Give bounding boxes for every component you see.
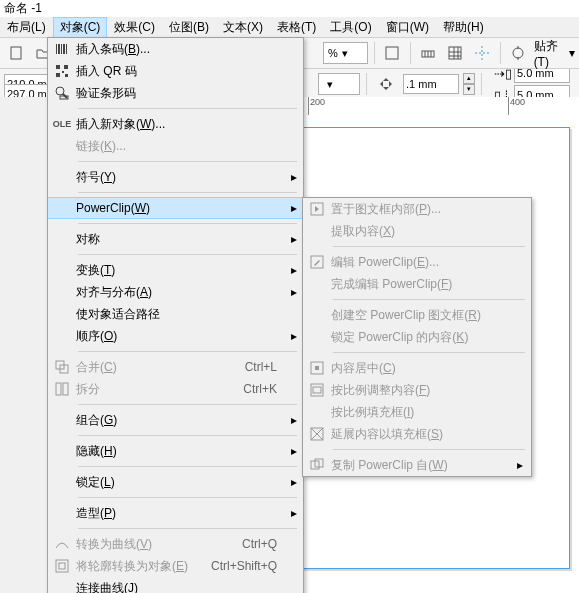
new-icon[interactable] (4, 40, 27, 66)
menu-item[interactable]: 隐藏(H)▸ (48, 440, 303, 462)
menu-tools[interactable]: 工具(O) (323, 17, 378, 38)
units-combo[interactable]: ▾ (318, 73, 360, 95)
menu-window[interactable]: 窗口(W) (379, 17, 436, 38)
menu-table[interactable]: 表格(T) (270, 17, 323, 38)
blank-icon (48, 228, 76, 250)
menu-help[interactable]: 帮助(H) (436, 17, 491, 38)
snap-button[interactable]: 贴齐(T)▾ (534, 38, 575, 69)
menu-item-label: 将轮廓转换为对象(E) (76, 558, 209, 575)
separator (374, 42, 375, 64)
menu-separator (78, 192, 297, 193)
menu-item: 按比例调整内容(F) (303, 379, 531, 401)
menu-effects[interactable]: 效果(C) (107, 17, 162, 38)
tocurve-icon (48, 533, 76, 555)
blank-icon (48, 325, 76, 347)
menu-item-label: 插入 QR 码 (76, 63, 295, 80)
menu-item-label: 组合(G) (76, 412, 295, 429)
menu-text[interactable]: 文本(X) (216, 17, 270, 38)
ruler-tick: 200 (308, 97, 325, 115)
svg-rect-17 (58, 44, 60, 54)
menu-layout[interactable]: 布局(L) (0, 17, 53, 38)
menu-item[interactable]: 连接曲线(J) (48, 577, 303, 593)
menu-item[interactable]: 插入 QR 码 (48, 60, 303, 82)
menu-bar: 布局(L) 对象(C) 效果(C) 位图(B) 文本(X) 表格(T) 工具(O… (0, 17, 579, 38)
fitprop-icon (303, 379, 331, 401)
svg-rect-31 (56, 383, 61, 395)
window-title: 命名 -1 (0, 0, 579, 17)
menu-item[interactable]: 组合(G)▸ (48, 409, 303, 431)
show-rulers-icon[interactable] (417, 40, 440, 66)
menu-item-label: 隐藏(H) (76, 443, 295, 460)
outline-icon (48, 555, 76, 577)
submenu-arrow-icon: ▸ (291, 475, 297, 489)
nudge-field[interactable]: .1 mm (403, 74, 459, 94)
menu-item[interactable]: 验证条形码 (48, 82, 303, 104)
submenu-arrow-icon: ▸ (291, 201, 297, 215)
show-grid-icon[interactable] (444, 40, 467, 66)
submenu-arrow-icon: ▸ (517, 458, 523, 472)
menu-item[interactable]: 插入条码(B)... (48, 38, 303, 60)
menu-separator (78, 528, 297, 529)
menu-item: 编辑 PowerClip(E)... (303, 251, 531, 273)
submenu-arrow-icon: ▸ (291, 263, 297, 277)
menu-item: 完成编辑 PowerClip(F) (303, 273, 531, 295)
menu-separator (78, 466, 297, 467)
zoom-combo[interactable]: %▾ (323, 42, 368, 64)
menu-item[interactable]: 造型(P)▸ (48, 502, 303, 524)
blank-icon (48, 440, 76, 462)
ole-icon: OLE (48, 113, 76, 135)
show-guides-icon[interactable] (471, 40, 494, 66)
menu-item-label: PowerClip(W) (76, 201, 295, 215)
menu-item[interactable]: OLE插入新对象(W)... (48, 113, 303, 135)
menu-item-label: 内容居中(C) (331, 360, 523, 377)
svg-rect-1 (386, 47, 398, 59)
menu-item: 提取内容(X) (303, 220, 531, 242)
menu-item[interactable]: 变换(T)▸ (48, 259, 303, 281)
menu-item[interactable]: 对齐与分布(A)▸ (48, 281, 303, 303)
blank-icon (48, 135, 76, 157)
menu-item-label: 验证条形码 (76, 85, 295, 102)
blank-icon (48, 471, 76, 493)
menu-item-label: 完成编辑 PowerClip(F) (331, 276, 523, 293)
svg-rect-18 (61, 44, 62, 54)
menu-object[interactable]: 对象(C) (53, 17, 108, 38)
fullscreen-icon[interactable] (381, 40, 404, 66)
menu-item: 复制 PowerClip 自(W)▸ (303, 454, 531, 476)
menu-item[interactable]: PowerClip(W)▸ (48, 197, 303, 219)
separator (481, 73, 482, 95)
blank-icon (303, 273, 331, 295)
blank-icon (48, 166, 76, 188)
nudge-icon[interactable] (373, 71, 399, 97)
menu-bitmap[interactable]: 位图(B) (162, 17, 216, 38)
submenu-arrow-icon: ▸ (291, 170, 297, 184)
menu-item: 内容居中(C) (303, 357, 531, 379)
menu-separator (333, 299, 525, 300)
menu-separator (78, 497, 297, 498)
menu-item-label: 合并(C) (76, 359, 209, 376)
svg-rect-6 (449, 47, 461, 59)
menu-item[interactable]: 锁定(L)▸ (48, 471, 303, 493)
menu-separator (78, 404, 297, 405)
svg-rect-25 (65, 74, 68, 77)
menu-item-label: 锁定(L) (76, 474, 295, 491)
menu-item[interactable]: 使对象适合路径 (48, 303, 303, 325)
copypc-icon (303, 454, 331, 476)
menu-item-label: 插入新对象(W)... (76, 116, 295, 133)
nudge-spinner[interactable]: ▴▾ (463, 73, 475, 95)
separator (366, 73, 367, 95)
menu-item-label: 符号(Y) (76, 169, 295, 186)
menu-item[interactable]: 符号(Y)▸ (48, 166, 303, 188)
svg-rect-34 (59, 563, 65, 569)
menu-item[interactable]: 顺序(O)▸ (48, 325, 303, 347)
menu-item: 锁定 PowerClip 的内容(K) (303, 326, 531, 348)
menu-item[interactable]: 对称▸ (48, 228, 303, 250)
blank-icon (48, 259, 76, 281)
menu-item-label: 对齐与分布(A) (76, 284, 295, 301)
menu-item: 合并(C)Ctrl+L (48, 356, 303, 378)
blank-icon (48, 409, 76, 431)
svg-rect-32 (63, 383, 68, 395)
placein-icon (303, 198, 331, 220)
snap-settings-icon[interactable] (507, 40, 530, 66)
ruler-tick: 400 (508, 97, 525, 115)
center-icon (303, 357, 331, 379)
